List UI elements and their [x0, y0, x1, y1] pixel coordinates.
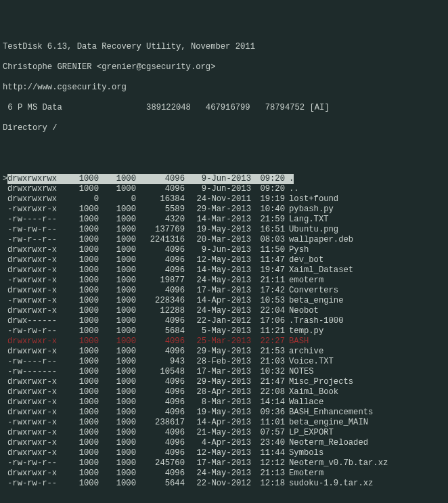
- cursor-mark: [3, 418, 7, 428]
- gid: 1000: [99, 468, 136, 479]
- size: 4096: [136, 408, 185, 418]
- time: 23:40: [251, 438, 285, 448]
- cursor-mark: [3, 347, 7, 357]
- file-entry[interactable]: drwxrwxr-x10001000409617-Mar-201317:42Co…: [3, 286, 445, 296]
- file-entry[interactable]: drwxrwxrwx1000100040969-Jun-201309:20..: [3, 184, 445, 194]
- time: 21:59: [251, 215, 285, 225]
- file-entry[interactable]: drwxrwxr-x10001000409619-May-201309:36BA…: [3, 408, 445, 418]
- perms: drwxrwxr-x: [7, 468, 62, 479]
- cursor-mark: >: [3, 174, 7, 184]
- time: 21:47: [251, 377, 285, 387]
- perms: drwxrwxrwx: [7, 184, 62, 194]
- filename: beta_engine: [285, 296, 343, 306]
- perms: drwxrwxr-x: [7, 265, 62, 276]
- perms: drwxrwxrwx: [7, 174, 62, 184]
- header-line-2: Christophe GRENIER <grenier@cgsecurity.o…: [3, 62, 445, 72]
- filename: archive: [285, 347, 323, 357]
- uid: 1000: [62, 306, 99, 316]
- filename: dev_bot: [285, 255, 323, 265]
- time: 12:12: [251, 458, 285, 468]
- header-line-1: TestDisk 6.13, Data Recovery Utility, No…: [3, 42, 445, 52]
- cursor-mark: [3, 479, 7, 489]
- uid: 1000: [62, 276, 99, 286]
- uid: 1000: [62, 184, 99, 194]
- time: 10:53: [251, 296, 285, 306]
- file-entry[interactable]: drwxrwxr-x100010001228824-May-201322:04N…: [3, 306, 445, 316]
- cursor-mark: [3, 184, 7, 194]
- file-entry[interactable]: drwxrwxrwx001638424-Nov-201119:19lost+fo…: [3, 194, 445, 204]
- file-entry[interactable]: drwxrwxr-x1000100040968-Mar-201314:14Wal…: [3, 397, 445, 408]
- file-entry[interactable]: -rw----r--1000100094328-Feb-201321:03Voi…: [3, 357, 445, 367]
- gid: 1000: [99, 428, 136, 438]
- uid: 1000: [62, 458, 99, 468]
- file-entry[interactable]: -rw-rw-r--1000100013776919-May-201316:51…: [3, 225, 445, 235]
- cursor-mark: [3, 377, 7, 387]
- perms: drwxrwxrwx: [7, 194, 62, 204]
- file-entry[interactable]: -rw-------100010001054817-Mar-201310:32N…: [3, 367, 445, 377]
- uid: 1000: [62, 367, 99, 377]
- file-entry[interactable]: drwxrwxr-x10001000409621-May-201307:57LP…: [3, 428, 445, 438]
- size: 943: [136, 357, 185, 367]
- size: 4096: [136, 255, 185, 265]
- gid: 1000: [99, 326, 136, 336]
- size: 10548: [136, 367, 185, 377]
- file-entry[interactable]: drwxrwxr-x1000100040964-Apr-201323:40Neo…: [3, 438, 445, 448]
- partition-line: 6 P MS Data 389122048 467916799 78794752…: [3, 103, 445, 113]
- file-entry[interactable]: -rw-rw-r--10001000564422-Nov-201212:18su…: [3, 479, 445, 489]
- filename: sudoku-1.9.tar.xz: [285, 479, 373, 489]
- size: 4096: [136, 448, 185, 458]
- filename: temp.py: [285, 326, 323, 336]
- directory-line: Directory /: [3, 123, 445, 133]
- filename: ..: [285, 184, 299, 194]
- file-entry[interactable]: -rw----r--10001000432014-Mar-201321:59La…: [3, 215, 445, 225]
- file-entry[interactable]: drwx------10001000409622-Jan-201217:06.T…: [3, 316, 445, 326]
- gid: 1000: [99, 215, 136, 225]
- date: 20-Mar-2013: [185, 235, 251, 245]
- file-entry[interactable]: >drwxrwxrwx1000100040969-Jun-201309:20.: [3, 174, 445, 184]
- file-entry[interactable]: drwxrwxr-x10001000409612-May-201311:44Sy…: [3, 448, 445, 458]
- gid: 1000: [99, 276, 136, 286]
- file-listing[interactable]: >drwxrwxrwx1000100040969-Jun-201309:20. …: [3, 174, 445, 489]
- date: 14-Apr-2013: [185, 296, 251, 306]
- size: 2241316: [136, 235, 185, 245]
- size: 5644: [136, 479, 185, 489]
- file-entry[interactable]: -rwxrwxr-x1000100022834614-Apr-201310:53…: [3, 296, 445, 306]
- file-entry[interactable]: -rwxrwxr-x1000100023861714-Apr-201311:01…: [3, 418, 445, 428]
- filename: Converters: [285, 286, 338, 296]
- size: 12288: [136, 306, 185, 316]
- file-entry[interactable]: drwxrwxr-x1000100040969-Jun-201311:50Pys…: [3, 245, 445, 255]
- file-entry[interactable]: drwxrwxr-x10001000409614-May-201319:47Xa…: [3, 265, 445, 276]
- time: 21:11: [251, 276, 285, 286]
- gid: 1000: [99, 306, 136, 316]
- time: 09:20: [251, 174, 285, 184]
- size: 4096: [136, 347, 185, 357]
- time: 21:03: [251, 357, 285, 367]
- file-entry[interactable]: drwxrwxr-x10001000409612-May-201311:47de…: [3, 255, 445, 265]
- gid: 0: [99, 194, 136, 204]
- file-entry[interactable]: drwxrwxr-x10001000409629-May-201321:47Mi…: [3, 377, 445, 387]
- time: 22:04: [251, 306, 285, 316]
- file-entry[interactable]: drwxrwxr-x10001000409625-Mar-201322:27BA…: [3, 336, 445, 347]
- size: 4096: [136, 286, 185, 296]
- uid: 1000: [62, 316, 99, 326]
- cursor-mark: [3, 194, 7, 204]
- cursor-mark: [3, 387, 7, 397]
- file-entry[interactable]: -rw-rw-r--1000100056845-May-201311:21tem…: [3, 326, 445, 336]
- file-entry[interactable]: drwxrwxr-x10001000409629-May-201321:53ar…: [3, 347, 445, 357]
- date: 12-May-2013: [185, 255, 251, 265]
- date: 22-Nov-2012: [185, 479, 251, 489]
- uid: 1000: [62, 377, 99, 387]
- gid: 1000: [99, 448, 136, 458]
- file-entry[interactable]: -rw-r--r--10001000224131620-Mar-201308:0…: [3, 235, 445, 245]
- size: 4320: [136, 215, 185, 225]
- filename: LP_EXPORT: [285, 428, 334, 438]
- file-entry[interactable]: -rw-rw-r--1000100024576017-Mar-201312:12…: [3, 458, 445, 468]
- file-entry[interactable]: -rwxrwxr-x100010001987724-May-201321:11e…: [3, 276, 445, 286]
- cursor-mark: [3, 408, 7, 418]
- file-entry[interactable]: -rwxrwxr-x10001000558929-Mar-201310:40py…: [3, 204, 445, 215]
- gid: 1000: [99, 174, 136, 184]
- file-entry[interactable]: drwxrwxr-x10001000409624-May-201321:13Em…: [3, 468, 445, 479]
- perms: -rwxrwxr-x: [7, 296, 62, 306]
- file-entry[interactable]: drwxrwxr-x10001000409628-Apr-201322:08Xa…: [3, 387, 445, 397]
- uid: 1000: [62, 326, 99, 336]
